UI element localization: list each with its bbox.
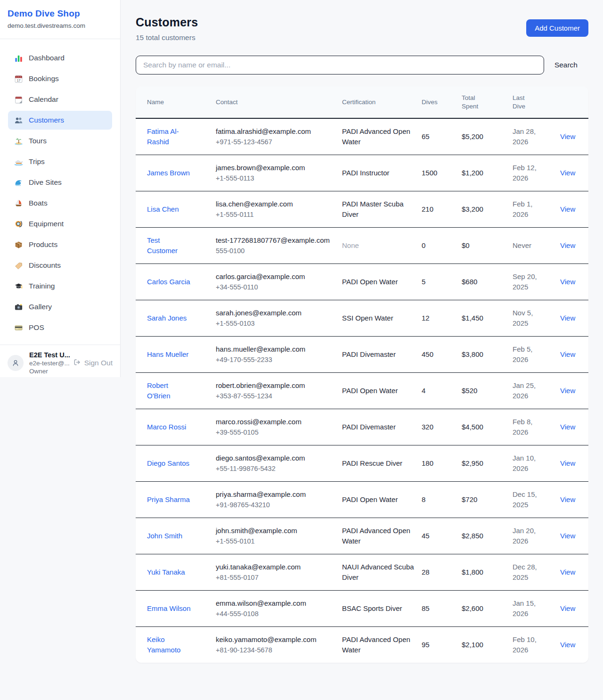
customer-certification: PADI Open Water: [342, 264, 422, 300]
customer-name-link[interactable]: Robert O'Brien: [147, 381, 171, 400]
customer-dives: 4: [422, 373, 462, 409]
view-customer-link[interactable]: View: [560, 314, 575, 322]
sidebar-item-discounts[interactable]: Discounts: [8, 256, 112, 275]
customer-email: fatima.alrashid@example.com: [216, 126, 334, 137]
brand-domain: demo.test.divestreams.com: [8, 22, 113, 29]
customer-phone: +1-555-0103: [216, 318, 334, 329]
customer-last-dive: Jan 15, 2026: [513, 591, 560, 627]
brand-title: Demo Dive Shop: [8, 8, 113, 19]
view-customer-link[interactable]: View: [560, 350, 575, 358]
customer-name-link[interactable]: Marco Rossi: [147, 423, 186, 431]
customer-name-link[interactable]: Hans Mueller: [147, 350, 188, 358]
customer-phone: +34-555-0110: [216, 282, 334, 292]
view-customer-link[interactable]: View: [560, 423, 575, 431]
view-customer-link[interactable]: View: [560, 532, 575, 540]
view-customer-link[interactable]: View: [560, 641, 575, 649]
search-button[interactable]: Search: [554, 61, 578, 69]
customer-phone: +1-555-0111: [216, 209, 334, 220]
sidebar-item-pos[interactable]: POS: [8, 318, 112, 337]
view-customer-link[interactable]: View: [560, 604, 575, 612]
customer-certification: PADI Open Water: [342, 482, 422, 518]
sidebar-item-calendar[interactable]: Calendar: [8, 90, 112, 109]
people-icon: [14, 115, 23, 125]
sidebar-item-boats[interactable]: Boats: [8, 194, 112, 213]
diving-mask-icon: [14, 219, 23, 229]
customer-name-link[interactable]: Yuki Tanaka: [147, 568, 185, 576]
user-block: E2E Test U... e2e-tester@... Owner: [29, 351, 67, 375]
customer-phone: +49-170-555-2233: [216, 354, 334, 365]
customer-name-link[interactable]: Sarah Jones: [147, 314, 187, 322]
sidebar-item-bookings[interactable]: 17 Bookings: [8, 69, 112, 88]
sidebar-footer: E2E Test U... e2e-tester@... Owner Sign …: [0, 345, 120, 381]
customer-name-link[interactable]: John Smith: [147, 532, 182, 540]
view-customer-link[interactable]: View: [560, 387, 575, 395]
customer-name-link[interactable]: Carlos Garcia: [147, 278, 190, 286]
customers-table: Name Contact Certification Dives Total S…: [136, 87, 588, 663]
table-row: Keiko Yamamoto keiko.yamamoto@example.co…: [136, 627, 588, 663]
customer-total-spent: $5,200: [462, 118, 513, 155]
customer-email: diego.santos@example.com: [216, 453, 334, 463]
col-header-contact: Contact: [216, 87, 342, 118]
customer-phone: +44-555-0108: [216, 609, 334, 619]
sidebar-item-training[interactable]: Training: [8, 277, 112, 296]
sidebar-item-tours[interactable]: Tours: [8, 132, 112, 150]
customer-total-spent: $3,200: [462, 191, 513, 228]
customer-dives: 65: [422, 118, 462, 155]
table-row: Robert O'Brien robert.obrien@example.com…: [136, 373, 588, 409]
customer-email: hans.mueller@example.com: [216, 344, 334, 354]
customer-name-link[interactable]: Fatima Al-Rashid: [147, 127, 179, 146]
view-customer-link[interactable]: View: [560, 459, 575, 467]
customer-name-link[interactable]: James Brown: [147, 169, 190, 177]
sidebar-item-customers[interactable]: Customers: [8, 111, 112, 130]
customer-total-spent: $2,950: [462, 445, 513, 482]
col-header-dives: Dives: [422, 87, 462, 118]
add-customer-button[interactable]: Add Customer: [526, 19, 588, 37]
customer-name-link[interactable]: Test Customer: [147, 236, 178, 255]
customer-dives: 1500: [422, 155, 462, 191]
view-customer-link[interactable]: View: [560, 495, 575, 503]
view-customer-link[interactable]: View: [560, 205, 575, 213]
view-customer-link[interactable]: View: [560, 241, 575, 249]
sidebar-nav: Dashboard 17 Bookings Calendar Customers…: [0, 39, 120, 345]
customer-email: yuki.tanaka@example.com: [216, 562, 334, 572]
view-customer-link[interactable]: View: [560, 169, 575, 177]
customer-total-spent: $2,600: [462, 591, 513, 627]
camera-icon: [14, 302, 23, 312]
customer-email: emma.wilson@example.com: [216, 598, 334, 609]
svg-text:17: 17: [16, 78, 20, 82]
customer-phone: +81-555-0107: [216, 572, 334, 583]
customer-last-dive: Feb 5, 2026: [513, 337, 560, 373]
user-name: E2E Test U...: [29, 351, 67, 359]
sidebar-item-trips[interactable]: Trips: [8, 152, 112, 171]
customer-dives: 180: [422, 445, 462, 482]
customer-last-dive: Jan 28, 2026: [513, 118, 560, 155]
sidebar-item-equipment[interactable]: Equipment: [8, 214, 112, 233]
customer-last-dive: Feb 10, 2026: [513, 627, 560, 663]
sidebar-item-gallery[interactable]: Gallery: [8, 297, 112, 316]
customer-certification: PADI Advanced Open Water: [342, 118, 422, 155]
customer-name-link[interactable]: Emma Wilson: [147, 604, 191, 612]
main-content: Customers 15 total customers Add Custome…: [136, 0, 588, 676]
customer-name-link[interactable]: Diego Santos: [147, 459, 189, 467]
customer-last-dive: Dec 28, 2025: [513, 554, 560, 591]
sidebar-item-dive-sites[interactable]: Dive Sites: [8, 173, 112, 192]
sign-out-button[interactable]: Sign Out: [73, 358, 113, 368]
customer-name-link[interactable]: Lisa Chen: [147, 205, 179, 213]
table-row: Fatima Al-Rashid fatima.alrashid@example…: [136, 118, 588, 155]
sidebar-item-products[interactable]: Products: [8, 235, 112, 254]
credit-card-icon: [14, 323, 23, 332]
customer-name-link[interactable]: Priya Sharma: [147, 495, 190, 503]
view-customer-link[interactable]: View: [560, 132, 575, 140]
customer-total-spent: $720: [462, 482, 513, 518]
customer-certification: BSAC Sports Diver: [342, 591, 422, 627]
table-row: Hans Mueller hans.mueller@example.com +4…: [136, 337, 588, 373]
sailboat-icon: [14, 198, 23, 208]
sidebar-item-dashboard[interactable]: Dashboard: [8, 49, 112, 67]
customer-email: james.brown@example.com: [216, 163, 334, 173]
view-customer-link[interactable]: View: [560, 568, 575, 576]
customer-last-dive: Sep 20, 2025: [513, 264, 560, 300]
search-input[interactable]: [136, 56, 544, 74]
customer-phone: +81-90-1234-5678: [216, 645, 334, 655]
view-customer-link[interactable]: View: [560, 278, 575, 286]
customer-name-link[interactable]: Keiko Yamamoto: [147, 635, 180, 654]
